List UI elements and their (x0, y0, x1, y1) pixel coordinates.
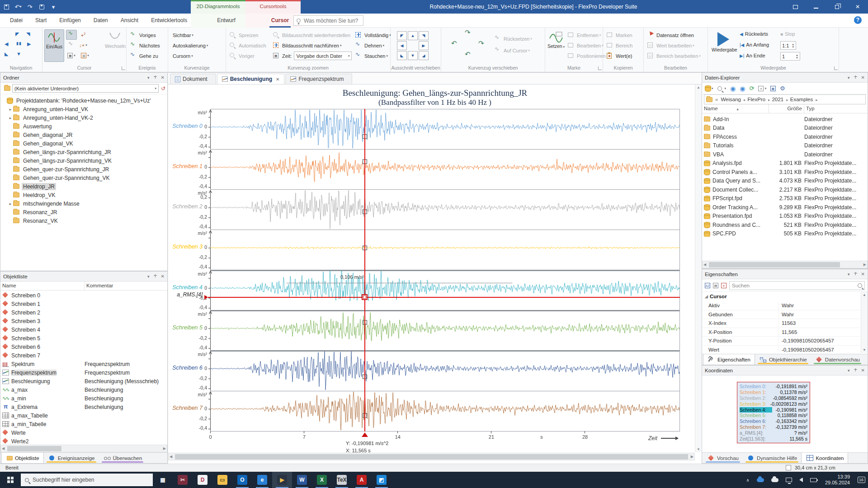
object-row[interactable]: a_Extrema Beschelunigung (0, 403, 167, 411)
taskbar-app-icon[interactable]: O (232, 472, 252, 488)
taskbar-app-icon[interactable]: ✂ (173, 472, 193, 488)
panel-tab[interactable]: Überwachen (99, 453, 146, 464)
property-row[interactable]: Gebunden Wahr (702, 310, 860, 319)
taskbar-app-icon[interactable]: e (252, 472, 272, 488)
panel-menu-icon[interactable]: ▾ (147, 75, 150, 80)
tree-item[interactable]: Auswertung (0, 122, 167, 131)
object-row[interactable]: Spektrum Frequenzspektrum (0, 360, 167, 368)
panel-menu-icon[interactable]: ▾ (848, 272, 850, 277)
start-button[interactable] (0, 472, 21, 488)
breadcrumb[interactable]: « WeisangFlexPro2021Examples (704, 94, 866, 104)
panel-tab[interactable]: Datenvorschau (811, 354, 864, 365)
gehe-zu-button[interactable]: Gehe zu (130, 51, 158, 61)
document-tab[interactable]: Frequenzspektrum (285, 74, 352, 84)
ribbon-tab[interactable]: Cursor (265, 14, 295, 28)
pin-icon[interactable] (854, 368, 857, 373)
close-tab-icon[interactable]: ✕ (276, 77, 279, 82)
an-ende-button[interactable]: ▶|An Ende (740, 53, 765, 58)
object-row[interactable]: Schreiben 5 (0, 334, 167, 343)
file-row[interactable]: Document Collec... 2.217 KB FlexPro Proj… (702, 185, 868, 194)
pan-button[interactable]: ▼ (408, 51, 418, 60)
wiedergabe-play-button[interactable]: Wiedergabe (712, 29, 735, 62)
breadcrumb-item[interactable]: 2021 (771, 97, 789, 102)
file-row[interactable]: Data Query and S... 4.073 KB FlexPro Pro… (702, 177, 868, 186)
wiedergabe-dialog-launcher[interactable] (834, 66, 838, 70)
refresh-icon[interactable]: ⟳ (749, 85, 754, 92)
sichtbar-dropdown[interactable]: Sichtbar▾ (173, 30, 193, 40)
help-icon[interactable]: ? (854, 16, 862, 24)
tree-item[interactable]: ▸ Anregung_unten-Hand_VK-2 (0, 113, 167, 122)
ribbon-tab[interactable]: Daten (87, 14, 114, 28)
voriger-button[interactable]: Voriger (230, 51, 255, 61)
taskbar-app-icon[interactable]: W (292, 472, 312, 488)
customize-quick-access-icon[interactable]: ▾ (50, 3, 57, 10)
onedrive-icon[interactable] (757, 478, 764, 482)
battery-icon[interactable] (810, 478, 817, 482)
tree-item[interactable]: Gehen_quer-zur-Spannrichtung_JR (0, 165, 167, 174)
breadcrumb-item[interactable]: Weisang (720, 97, 746, 102)
tree-item[interactable]: Heeldrop_JR (0, 182, 167, 191)
object-row[interactable]: Werte2 (0, 437, 167, 445)
panel-tab[interactable]: Objektliste (1, 453, 44, 464)
bereich-kopieren-button[interactable]: Bereich (607, 41, 632, 50)
add-cursor-icon[interactable]: ↓+▾ (78, 40, 89, 50)
taskbar-app-icon[interactable]: ▶ (272, 472, 292, 488)
settings-gear-icon[interactable]: ⚙ (780, 85, 785, 92)
back-icon[interactable]: ◉ (730, 85, 736, 92)
taskbar-app-icon[interactable]: D (193, 472, 212, 488)
sort-az-icon[interactable]: AZ (705, 283, 710, 288)
object-row[interactable]: Schreiben 7 (0, 351, 167, 360)
wechseln-button[interactable]: Wechseln (105, 29, 125, 62)
file-row[interactable]: Analysis.fpd 1.801 KB FlexPro Projektdat… (702, 159, 868, 168)
property-search-input[interactable]: Suchen (729, 281, 865, 290)
ribbon-tab[interactable]: Datei (4, 14, 29, 28)
wave-pair-icon[interactable] (66, 40, 77, 50)
tree-item[interactable]: ▸ Anregung_unten-Hand_VK (0, 105, 167, 113)
navigation-buttons[interactable]: ◤◥ ◀▮▮▶ ◣▼ (5, 31, 37, 61)
objektliste-hscrollbar[interactable]: ◀▶ (0, 445, 167, 452)
voriges-button[interactable]: Voriges (130, 30, 156, 40)
cloud-icon[interactable] (771, 478, 778, 482)
taskbar-app-icon[interactable]: X (312, 472, 332, 488)
bildausschnitt-wiederherstellen-button[interactable]: Bildausschnitt wiederherstellen (273, 30, 350, 40)
tray-expand-icon[interactable]: ∧ (746, 478, 750, 483)
file-row[interactable]: Add-In Dateiordner (702, 115, 868, 124)
object-row[interactable]: a_max Beschleunigung (0, 385, 167, 394)
automatisch-button[interactable]: Automatisch (230, 41, 266, 50)
document-tab[interactable]: Beschleunigung ✕ (217, 74, 285, 84)
bildausschnitt-nachfuehren-dropdown[interactable]: Bildausschnitt nachführen▾ (273, 41, 341, 50)
database-icon[interactable]: ▾ (705, 85, 713, 91)
close-panel-icon[interactable]: ✕ (861, 75, 865, 80)
tree-item[interactable]: ▸ mitschwingende Masse (0, 199, 167, 208)
pan-button[interactable]: ▶ (419, 41, 429, 50)
close-panel-icon[interactable]: ✕ (861, 368, 865, 373)
close-panel-icon[interactable]: ✕ (161, 274, 165, 279)
an-anfang-button[interactable]: |◀An Anfang (740, 42, 769, 47)
object-row[interactable]: Frequenzspektrum Frequenzspektrum (0, 368, 167, 377)
pin-window-button[interactable] (785, 0, 806, 14)
property-row[interactable]: Wert -0,1909810502065457 (702, 346, 860, 353)
contextual-tab-group-2d[interactable]: 2D-Diagrammtools (191, 0, 245, 14)
pan-button[interactable]: ▲ (408, 31, 418, 40)
expand-icon[interactable]: ▸ (8, 116, 13, 120)
panel-menu-icon[interactable]: ▾ (147, 274, 150, 279)
shift-up-icon[interactable]: ↷ (465, 28, 471, 37)
entfernen-dropdown[interactable]: Entfernen▾ (568, 30, 601, 40)
marke-dialog-launcher[interactable] (598, 66, 602, 70)
redo-icon[interactable]: ↷ (26, 3, 33, 10)
panel-tab[interactable]: Vorschau (703, 453, 743, 464)
search-icon[interactable]: ▾ (717, 86, 726, 91)
close-panel-icon[interactable]: ✕ (861, 272, 865, 277)
speed-spinner[interactable]: 1:1▲▼ (780, 41, 796, 50)
free-cursor-icon[interactable]: +2 (78, 30, 89, 40)
contextual-tab-group-cursor[interactable]: Cursortools (245, 0, 301, 14)
active-subfolder-combobox[interactable]: (Kein aktivierter Unterordner)▾ (12, 84, 159, 93)
pan-button[interactable]: ◤ (397, 31, 407, 40)
panel-tab[interactable]: Eigenschaften (703, 354, 755, 365)
property-row[interactable]: X-Position 11,565 (702, 328, 860, 337)
object-row[interactable]: a_min_Tabelle (0, 420, 167, 428)
document-tab[interactable]: Dokument (170, 74, 216, 84)
notification-icon[interactable]: 16 (854, 472, 868, 488)
tree-item[interactable]: Gehen_quer-zur-Spannrichtung_VK (0, 174, 167, 182)
categorize-icon[interactable]: ▤ (713, 283, 718, 288)
